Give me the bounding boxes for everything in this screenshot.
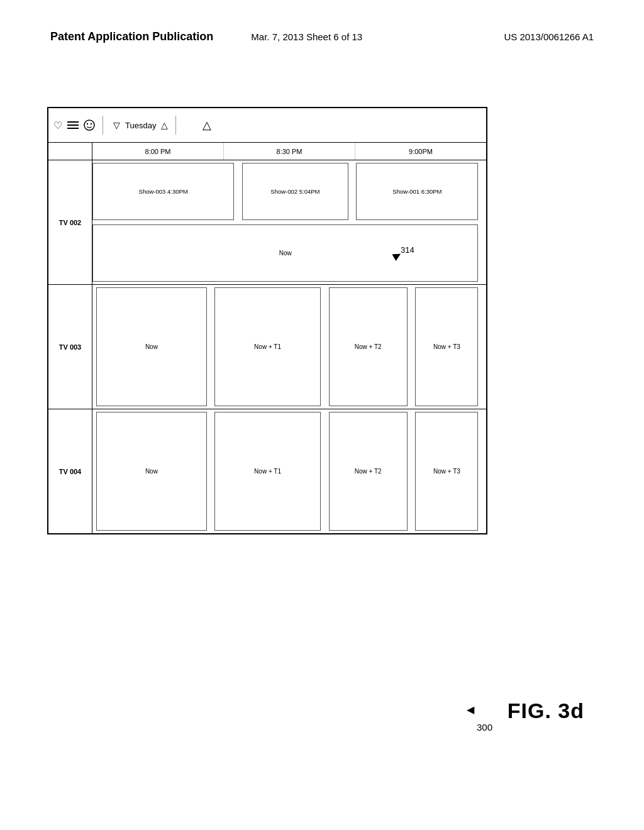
channel-programs-tv002: Show-003 4:30PM Show-002 5:04PM Show-001… [92,160,486,284]
channel-col-header [48,143,92,160]
menu-icon [67,121,79,130]
program-now-tv002: Now [92,224,478,282]
channel-label-tv003: TV 003 [48,285,92,409]
grid-area: TV 002 Show-003 4:30PM Show-002 5:04PM S… [48,160,486,533]
program-nowt2-tv003: Now + T2 [329,287,408,406]
diagram-container: ♡ ▽ Tuesday △ △ [47,107,487,534]
time-slot-900: 9:00PM [355,143,486,160]
fig-label: FIG. 3d [508,699,584,723]
heart-icon: ♡ [53,119,62,131]
program-show002: Show-002 5:04PM [242,163,348,220]
separator-1 [103,116,103,135]
svg-point-3 [84,120,94,130]
program-now-tv004: Now [96,412,206,531]
program-show003: Show-003 4:30PM [92,163,234,220]
time-slot-800: 8:00 PM [92,143,224,160]
channel-label-tv004: TV 004 [48,409,92,533]
nav-right-icon[interactable]: △ [161,120,168,130]
program-nowt3-tv003: Now + T3 [415,287,478,406]
callout-300-label: 300 [477,722,492,733]
publication-title: Patent Application Publication [50,30,213,43]
nav-left-icon[interactable]: ▽ [113,120,120,130]
program-nowt1-tv004: Now + T1 [214,412,321,531]
publication-date-sheet: Mar. 7, 2013 Sheet 6 of 13 [251,31,362,42]
svg-point-4 [87,123,88,124]
up-arrow-icon[interactable]: △ [203,118,211,132]
time-labels-row: 8:00 PM 8:30 PM 9:00PM [48,143,486,160]
page-header: Patent Application Publication Mar. 7, 2… [0,30,644,43]
time-slots: 8:00 PM 8:30 PM 9:00PM [92,143,486,160]
program-show001: Show-001 6:30PM [356,163,478,220]
separator-2 [175,116,176,135]
callout-314-label: 314 [401,245,414,255]
face-icon [84,119,95,131]
svg-point-5 [91,123,92,124]
program-nowt1-tv003: Now + T1 [214,287,321,406]
time-slot-830: 8:30 PM [224,143,355,160]
channel-row-tv002: TV 002 Show-003 4:30PM Show-002 5:04PM S… [48,160,486,285]
icon-bar: ♡ ▽ Tuesday △ △ [48,108,486,143]
channel-row-tv004: TV 004 Now Now + T1 Now + T2 Now + T3 [48,409,486,533]
program-nowt3-tv004: Now + T3 [415,412,478,531]
channel-programs-tv004: Now Now + T1 Now + T2 Now + T3 [92,409,486,533]
channel-label-tv002: TV 002 [48,160,92,284]
publication-number: US 2013/0061266 A1 [504,31,594,42]
callout-300-arrow: ◀ [467,704,474,716]
day-label: Tuesday [125,121,156,130]
channel-row-tv003: TV 003 Now Now + T1 Now + T2 Now + T3 [48,285,486,409]
channel-programs-tv003: Now Now + T1 Now + T2 Now + T3 [92,285,486,409]
program-now-tv003: Now [96,287,206,406]
program-nowt2-tv004: Now + T2 [329,412,408,531]
